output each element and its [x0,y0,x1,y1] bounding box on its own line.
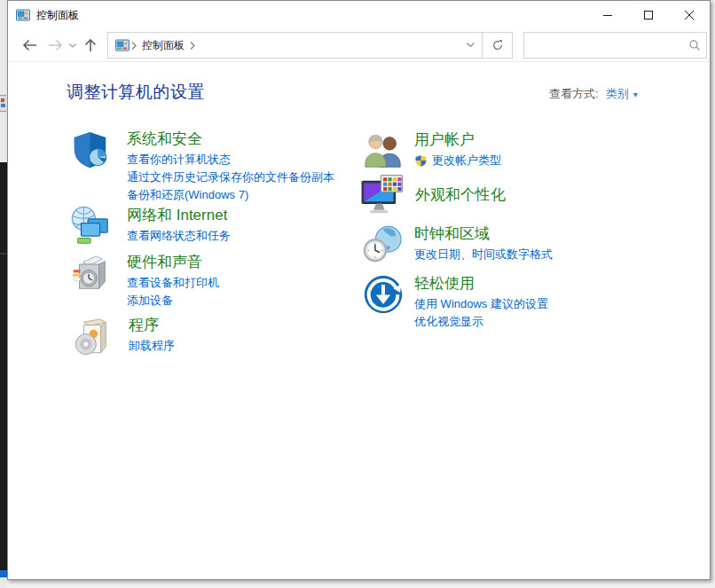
address-dropdown-button[interactable] [459,33,482,58]
category-link[interactable]: 通过文件历史记录保存你的文件备份副本 [127,169,334,186]
close-icon [685,11,694,20]
view-by-control: 查看方式: 类别 ▾ [549,86,638,102]
back-arrow-icon [22,39,37,51]
appearance-personalization-icon[interactable] [360,173,405,217]
category-link[interactable]: 查看网络状态和任务 [127,227,231,245]
up-button[interactable] [79,32,102,59]
chevron-down-icon [69,43,76,48]
search-input[interactable] [524,34,683,57]
network-internet-icon[interactable] [70,206,111,247]
dropdown-arrow-icon: ▾ [633,90,638,99]
category-appearance-personalization: 外观和个性化 [360,173,506,217]
category-title[interactable]: 时钟和区域 [414,224,553,244]
navigation-toolbar: 控制面板 [8,29,710,62]
category-title[interactable]: 硬件和声音 [127,253,219,272]
recent-pages-dropdown[interactable] [67,32,79,59]
category-link[interactable]: 查看设备和打印机 [127,274,219,292]
category-programs: 程序 卸载程序 [72,316,175,357]
address-control-panel-icon [115,38,130,52]
page-title: 调整计算机的设置 [67,81,205,104]
minimize-button[interactable] [587,1,628,29]
category-link[interactable]: 备份和还原(Windows 7) [127,186,334,204]
control-panel-icon [16,8,30,22]
view-by-dropdown[interactable]: 类别 ▾ [606,86,638,102]
breadcrumb-control-panel[interactable]: 控制面板 [138,38,188,53]
address-bar[interactable]: 控制面板 [107,32,513,59]
forward-button[interactable] [43,32,67,59]
uac-shield-icon [414,154,428,168]
category-link[interactable]: 使用 Windows 建议的设置 [414,295,548,313]
programs-icon[interactable] [72,316,113,357]
view-by-label: 查看方式: [549,86,599,102]
category-ease-of-access: 轻松使用 使用 Windows 建议的设置 优化视觉显示 [363,274,548,331]
refresh-icon [491,39,504,51]
background-strip [0,0,7,588]
category-title[interactable]: 程序 [129,316,175,335]
category-clock-region: 时钟和区域 更改日期、时间或数字格式 [363,224,553,265]
category-title[interactable]: 网络和 Internet [127,206,231,225]
search-box[interactable] [523,32,707,59]
category-link[interactable]: 卸载程序 [129,337,175,355]
search-icon[interactable] [683,39,706,51]
category-link[interactable]: 添加设备 [127,292,219,310]
category-title[interactable]: 系统和安全 [127,129,334,149]
minimize-icon [603,11,612,20]
category-title[interactable]: 轻松使用 [414,274,548,294]
window-title: 控制面板 [36,8,79,23]
maximize-button[interactable] [628,1,669,29]
breadcrumb-chevron-icon[interactable] [131,42,137,50]
background-fragment [0,95,6,112]
category-link[interactable]: 优化视觉显示 [414,313,548,331]
category-user-accounts: 用户帐户 更改帐户类型 [363,130,501,171]
chevron-down-icon [467,43,475,48]
title-bar[interactable]: 控制面板 [8,1,710,29]
forward-arrow-icon [48,39,63,51]
refresh-button[interactable] [483,33,512,58]
up-arrow-icon [84,38,97,52]
breadcrumb-chevron-icon[interactable] [190,42,195,50]
category-title[interactable]: 用户帐户 [414,130,501,150]
background-dark-window [0,162,7,577]
category-link[interactable]: 查看你的计算机状态 [127,151,334,169]
ease-of-access-icon[interactable] [363,274,404,315]
background-blue-sliver [0,570,7,577]
user-accounts-icon[interactable] [363,130,404,171]
category-title[interactable]: 外观和个性化 [415,185,506,205]
category-link[interactable]: 更改日期、时间或数字格式 [414,246,553,263]
maximize-icon [644,11,653,20]
system-security-icon[interactable] [70,129,111,170]
control-panel-window: 控制面板 [7,0,711,580]
clock-region-icon[interactable] [363,224,404,265]
category-hardware-sound: 硬件和声音 查看设备和打印机 添加设备 [70,253,219,310]
category-link[interactable]: 更改帐户类型 [432,152,501,169]
content-area: 调整计算机的设置 查看方式: 类别 ▾ 系统和安全 [8,63,710,579]
category-network-internet: 网络和 Internet 查看网络状态和任务 [70,206,231,247]
back-button[interactable] [15,32,43,59]
hardware-sound-icon[interactable] [70,253,111,294]
category-system-security: 系统和安全 查看你的计算机状态 通过文件历史记录保存你的文件备份副本 备份和还原… [70,129,334,204]
close-button[interactable] [669,1,710,29]
